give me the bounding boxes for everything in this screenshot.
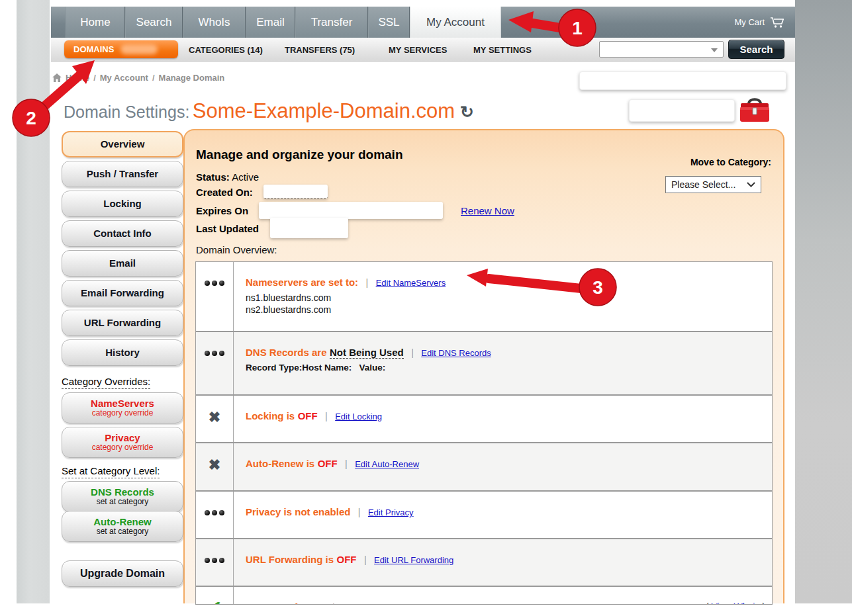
combo-dropdown-icon[interactable] [711,48,718,52]
breadcrumb-separator: / [152,73,155,83]
set-at-category-label: Set at Category Level: [62,465,160,476]
row-title: Auto-Renew is [246,458,314,469]
table-row-nameservers: Nameservers are set to: | Edit NameServe… [196,262,772,331]
domains-label: DOMAINS [73,44,114,54]
row-status: OFF [298,410,318,421]
dots-icon [196,332,234,394]
tab-search[interactable]: Search [125,7,183,38]
row-status: Not Being Used [330,347,404,359]
domain-overview-table: Nameservers are set to: | Edit NameServe… [195,261,773,605]
row-title: Locking is [246,410,295,421]
status-line: Status: Active [196,171,259,183]
sidebar-item-upgrade-domain[interactable]: Upgrade Domain [62,560,183,587]
edit-url-forwarding-link[interactable]: Edit URL Forwarding [374,555,453,565]
redacted-updated-date [270,218,348,238]
sidebar-item-email[interactable]: Email [62,250,183,277]
edit-contact-info-link[interactable]: Edit Contact Info [342,603,406,605]
my-cart-link[interactable]: My Cart [735,7,786,38]
sidebar-item-overview[interactable]: Overview [62,131,183,157]
domain-settings-panel: Manage and organize your domain Status: … [183,129,784,603]
search-input[interactable] [599,41,724,58]
category-subtitle: set at category [97,527,149,536]
tab-ssl[interactable]: SSL [368,7,410,38]
edit-locking-link[interactable]: Edit Locking [335,412,382,421]
table-row-auto-renew: ✖ Auto-Renew is OFF | Edit Auto-Renew [196,442,772,490]
check-icon: ✔ [196,587,234,605]
sidebar-item-history[interactable]: History [62,339,183,366]
status-label: Status: [196,171,230,183]
created-label: Created On: [196,187,253,198]
edit-dns-records-link[interactable]: Edit DNS Records [421,348,491,358]
left-margin-strip [17,0,50,603]
move-to-category-block: Move to Category: Please Select... [665,157,771,193]
x-icon: ✖ [196,396,234,442]
override-subtitle: category override [92,409,154,418]
table-row-dns-records: DNS Records are Not Being Used | Edit DN… [196,331,772,394]
tab-home[interactable]: Home [66,7,125,38]
sub-navigation-bar: DOMAINS CATEGORIES (14) TRANSFERS (75) M… [51,38,795,62]
view-whois-link[interactable]: View Whois [712,601,760,605]
category-title: DNS Records [91,487,154,498]
subnav-item-my-services[interactable]: MY SERVICES [389,38,447,62]
home-icon [52,73,62,82]
override-title: NameServers [91,398,154,410]
breadcrumb-manage-domain: Manage Domain [159,73,225,83]
subnav-item-categories[interactable]: CATEGORIES (14) [189,38,263,62]
sidebar-item-push-transfer[interactable]: Push / Transfer [62,161,183,187]
tab-email[interactable]: Email [246,7,295,38]
table-row-locking: ✖ Locking is OFF | Edit Locking [196,394,772,442]
refresh-icon[interactable]: ↻ [460,103,474,121]
redacted-account-info-box [579,71,786,90]
sidebar-item-url-forwarding[interactable]: URL Forwarding [62,310,183,336]
expires-label: Expires On [196,205,248,216]
updated-label: Last Updated [196,223,259,234]
breadcrumb-my-account[interactable]: My Account [100,73,148,83]
sidebar-item-locking[interactable]: Locking [62,191,183,217]
subnav-item-domains[interactable]: DOMAINS [64,40,178,58]
edit-nameservers-link[interactable]: Edit NameServers [376,278,446,288]
breadcrumb-separator: / [93,73,96,83]
edit-auto-renew-link[interactable]: Edit Auto-Renew [355,459,419,469]
status-value: Active [232,171,259,183]
sidebar-item-nameservers-override[interactable]: NameServers category override [62,392,183,423]
breadcrumb: Home / My Account / Manage Domain [52,73,224,83]
panel-heading: Manage and organize your domain [196,148,403,162]
browser-page: Home Search WhoIs Email Transfer SSL My … [51,7,795,603]
search-button[interactable]: Search [728,40,784,59]
category-title: Auto-Renew [93,517,152,528]
tab-transfer[interactable]: Transfer [295,7,368,38]
nav-tabs: Home Search WhoIs Email Transfer SSL My … [66,7,501,38]
sidebar-item-email-forwarding[interactable]: Email Forwarding [62,280,183,306]
row-title: Nameservers are set to: [246,277,358,288]
edit-privacy-link[interactable]: Edit Privacy [368,507,414,517]
toolbox-icon[interactable] [738,96,771,124]
tab-my-account[interactable]: My Account [410,7,501,38]
sidebar-item-privacy-override[interactable]: Privacy category override [62,427,183,458]
expires-line: Expires On Renew Now [196,205,248,216]
updated-line: Last Updated [196,223,259,234]
redacted-field-box [629,99,735,122]
subnav-item-transfers[interactable]: TRANSFERS (75) [285,38,355,62]
sidebar-item-contact-info[interactable]: Contact Info [62,220,183,247]
title-prefix: Domain Settings: [64,103,189,121]
breadcrumb-home[interactable]: Home [66,73,89,83]
redacted-created-date [263,185,328,198]
screenshot-canvas: Home Search WhoIs Email Transfer SSL My … [0,0,852,616]
row-title: Privacy is not enabled [246,506,350,517]
subnav-item-my-settings[interactable]: MY SETTINGS [473,38,532,62]
table-row-url-forwarding: URL Forwarding is OFF | Edit URL Forward… [196,538,772,586]
renew-now-link[interactable]: Renew Now [461,205,514,216]
dots-icon [196,492,234,538]
view-whois-note: ( View Whois ) [706,601,765,605]
row-title: Contact Info [246,601,304,605]
page-title: Domain Settings: Some-Example-Domain.com… [64,99,474,123]
tab-whois[interactable]: WhoIs [183,7,246,38]
sidebar-item-auto-renew-category[interactable]: Auto-Renew set at category [62,511,183,542]
category-overrides-label: Category Overrides: [62,376,150,387]
dns-record-headers: Record Type:Host Name: Value: [246,363,763,373]
select-value: Please Select... [671,179,735,190]
table-row-contact-info: ✔ Contact Info ON: | Edit Contact Info (… [196,586,772,605]
override-title: Privacy [105,433,140,444]
move-to-category-select[interactable]: Please Select... [665,176,761,193]
sidebar-item-dns-records-category[interactable]: DNS Records set at category [62,481,183,512]
